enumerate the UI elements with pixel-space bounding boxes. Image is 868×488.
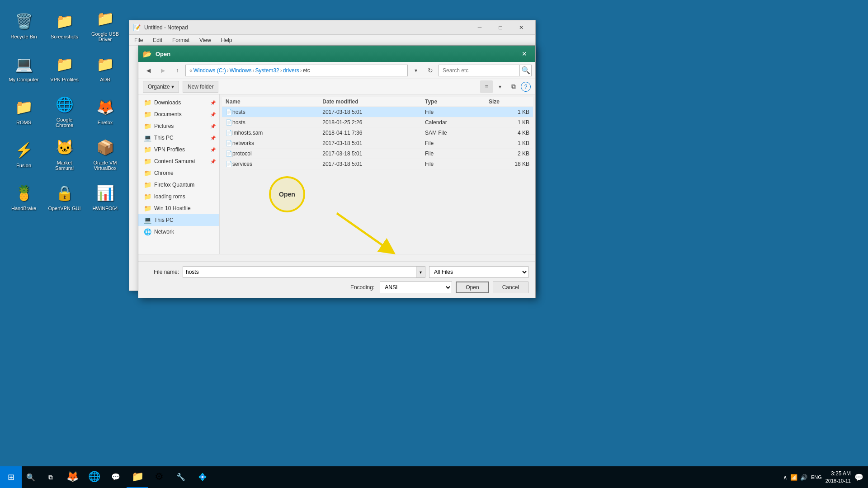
desktop-icon-my-computer[interactable]: 💻 My Computer [5,47,43,88]
search-input[interactable] [439,65,520,76]
notepad-title: Untitled - Notepad [144,24,469,31]
taskbar-app-file-explorer[interactable]: 📁 [127,466,148,488]
table-row[interactable]: 📄hosts 2017-03-18 5:01 File 1 KB [222,107,533,117]
taskbar-app-6[interactable]: 🔧 [170,466,192,488]
desktop-icon-fusion[interactable]: ⚡ Fusion [5,133,43,174]
pin-icon-0: 📌 [210,100,216,105]
sidebar-item-chrome[interactable]: 📁 Chrome [138,167,219,179]
taskbar-app-chrome[interactable]: 🌐 [83,466,105,488]
notepad-close-button[interactable]: ✕ [511,20,532,35]
firefox-quantum-icon: 📁 [144,181,151,188]
desktop-icon-google-usb-driver[interactable]: 📁 Google USB Driver [86,5,124,45]
notepad-view-menu[interactable]: View [197,36,214,44]
desktop-icon-openvpn[interactable]: 🔒 OpenVPN GUI [45,176,84,217]
search-button-taskbar[interactable]: 🔍 [23,469,39,485]
sidebar-item-content-samurai[interactable]: 📁 Content Samurai 📌 [138,155,219,167]
col-name[interactable]: Name [222,97,319,107]
desktop-icon-firefox[interactable]: 🦊 Firefox [86,90,124,131]
table-row[interactable]: 📄lmhosts.sam 2018-04-11 7:36 SAM File 4 … [222,128,533,138]
breadcrumb-windows-c[interactable]: Windows (C:) [193,67,226,74]
view-dropdown-button[interactable]: ▾ [494,80,506,93]
system-tray-icons: ∧ 📶 🔊 [783,474,807,481]
tray-chevron[interactable]: ∧ [783,474,788,481]
breadcrumb-dropdown[interactable]: ▾ [410,64,422,77]
sidebar-item-vpn[interactable]: 📁 VPN Profiles 📌 [138,144,219,155]
cancel-button[interactable]: Cancel [493,282,528,293]
taskbar-right: ∧ 📶 🔊 ENG 3:25 AM 2018-10-11 💬 [778,470,868,484]
notepad-minimize-button[interactable]: ─ [469,20,490,35]
col-type[interactable]: Type [421,97,485,107]
desktop-icon-market-samurai[interactable]: 🐱 Market Samurai [45,133,84,174]
open-button[interactable]: Open [456,282,489,293]
refresh-button[interactable]: ↻ [424,64,437,77]
desktop-icon-recycle-bin[interactable]: 🗑️ Recycle Bin [5,5,43,45]
breadcrumb-drivers[interactable]: drivers [283,67,299,74]
view-list-button[interactable]: ≡ [480,80,493,93]
desktop-icon-vpn-profiles[interactable]: 📁 VPN Profiles [45,47,84,88]
clock-date: 2018-10-11 [826,478,851,484]
col-size[interactable]: Size [485,97,533,107]
task-view-button[interactable]: ⧉ [40,466,61,488]
taskbar-app-cortana[interactable]: 💬 [105,466,127,488]
sidebar-item-this-pc[interactable]: 💻 This PC 📌 [138,132,219,144]
tray-network-icon[interactable]: 📶 [790,474,797,481]
forward-button[interactable]: ▶ [156,64,169,77]
up-button[interactable]: ↑ [171,64,184,77]
table-row[interactable]: 📄protocol 2017-03-18 5:01 File 2 KB [222,149,533,159]
notification-center-button[interactable]: 💬 [854,473,863,482]
desktop-icon-hwinfo64[interactable]: 📊 HWiNFO64 [86,176,124,217]
search-button[interactable]: 🔍 [520,65,532,76]
notepad-edit-menu[interactable]: Edit [150,36,165,44]
preview-pane-button[interactable]: ⧉ [507,80,520,93]
breadcrumb-windows[interactable]: Windows [230,67,252,74]
open-dialog-close-button[interactable]: ✕ [518,47,531,60]
sidebar-item-network[interactable]: 🌐 Network [138,226,219,238]
help-button[interactable]: ? [521,82,531,92]
desktop-icon-screenshots[interactable]: 📁 Screenshots [45,5,84,45]
col-date[interactable]: Date modified [319,97,421,107]
table-row[interactable]: 📄networks 2017-03-18 5:01 File 1 KB [222,138,533,149]
notepad-file-menu[interactable]: File [132,36,146,44]
chrome-folder-icon: 📁 [144,169,151,177]
desktop-icon-adb[interactable]: 📁 ADB [86,47,124,88]
sidebar-item-documents[interactable]: 📁 Documents 📌 [138,108,219,120]
file-type-select[interactable]: All Files Text Files (*.txt) All Files (… [429,266,528,278]
notepad-format-menu[interactable]: Format [170,36,192,44]
desktop-icon-google-chrome[interactable]: 🌐 Google Chrome [45,90,84,131]
google-usb-driver-icon: 📁 [94,8,116,29]
new-folder-button[interactable]: New folder [183,81,218,93]
this-pc-icon: 💻 [144,134,151,141]
sidebar-item-pictures[interactable]: 📁 Pictures 📌 [138,120,219,132]
desktop-icon-oracle-vm[interactable]: 📦 Oracle VM VirtualBox [86,133,124,174]
start-button[interactable]: ⊞ [0,466,22,488]
clock[interactable]: 3:25 AM 2018-10-11 [826,470,851,484]
table-row[interactable]: 📄services 2017-03-18 5:01 File 18 KB [222,159,533,169]
pictures-folder-icon: 📁 [144,122,151,130]
pin-icon-1: 📌 [210,112,216,117]
back-button[interactable]: ◀ [142,64,155,77]
desktop-icon-handbrake[interactable]: 🍍 HandBrake [5,176,43,217]
tray-volume-icon[interactable]: 🔊 [800,474,807,481]
pin-icon-4: 📌 [210,147,216,152]
google-chrome-icon: 🌐 [54,94,75,115]
file-name-input[interactable] [183,266,416,278]
desktop-icon-roms[interactable]: 📁 ROMS [5,90,43,131]
sidebar-item-downloads[interactable]: 📁 Downloads 📌 [138,97,219,108]
sidebar-item-this-pc-2[interactable]: 💻 This PC [138,214,219,226]
table-row[interactable]: 📄hosts 2018-01-25 2:26 Calendar 1 KB [222,117,533,128]
breadcrumb-sep-1: › [227,67,229,74]
taskbar-app-settings[interactable]: ⚙ [148,466,170,488]
notepad-help-menu[interactable]: Help [218,36,235,44]
organize-button[interactable]: Organize ▾ [143,81,179,93]
sidebar-item-firefox-quantum[interactable]: 📁 Firefox Quantum [138,179,219,191]
sidebar-item-loading-roms[interactable]: 📁 loading roms [138,191,219,202]
notepad-maximize-button[interactable]: □ [490,20,511,35]
roms-icon: 📁 [13,96,35,118]
taskbar-app-7[interactable]: 💠 [192,466,213,488]
sidebar-item-win10hostfile[interactable]: 📁 Win 10 Hostfile [138,202,219,214]
notepad-titlebar: 📝 Untitled - Notepad ─ □ ✕ [129,20,535,35]
breadcrumb-system32[interactable]: System32 [255,67,279,74]
taskbar-app-firefox[interactable]: 🦊 [61,466,83,488]
file-name-dropdown-arrow[interactable]: ▾ [416,266,425,278]
encoding-select[interactable]: ANSI UTF-8 Unicode [380,282,452,293]
